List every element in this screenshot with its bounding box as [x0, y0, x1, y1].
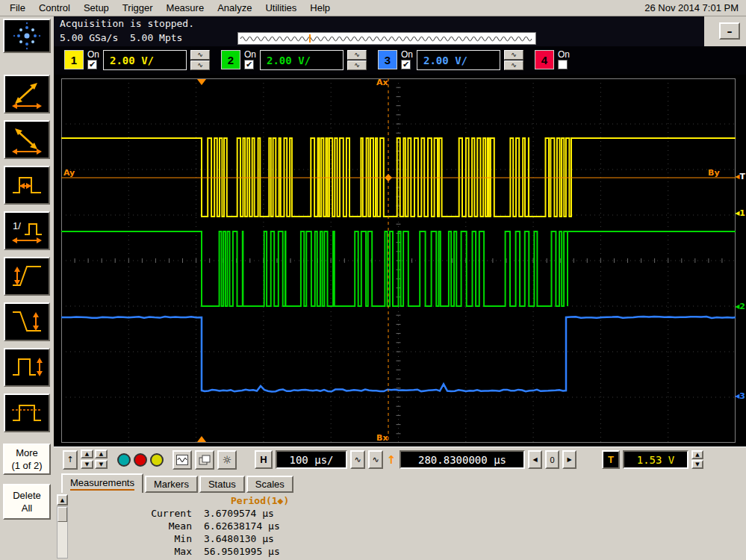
menu-trigger[interactable]: Trigger	[116, 1, 160, 15]
top-level-icon	[9, 398, 45, 428]
level-marker-t[interactable]: ◀T	[735, 172, 745, 181]
tab-measurements[interactable]: Measurements	[61, 473, 143, 493]
channel-1-bandwidth-button[interactable]: ∿	[190, 60, 210, 70]
channel-3-badge[interactable]: 3	[378, 50, 397, 69]
scroll-up-button[interactable]: ▲	[81, 449, 93, 458]
scroll-up-alt-button[interactable]: ▲	[95, 449, 108, 458]
channel-3-checkbox[interactable]: ✔	[401, 60, 411, 69]
level-marker-1[interactable]: ◀1	[735, 208, 745, 218]
more-button-label: More	[16, 447, 38, 458]
menu-bar: File Control Setup Trigger Measure Analy…	[0, 0, 746, 16]
menu-control[interactable]: Control	[32, 1, 77, 15]
delete-all-button[interactable]: Delete All	[3, 484, 51, 520]
channel-4-badge[interactable]: 4	[535, 50, 554, 69]
horizontal-setup-button[interactable]: H	[255, 450, 273, 469]
menu-file[interactable]: File	[3, 1, 32, 15]
measure-sidebar: 1/	[0, 16, 54, 560]
measure-top-level-button[interactable]	[4, 393, 50, 432]
bottom-tab-bar: Measurements Markers Status Scales	[54, 472, 746, 493]
scroll-down-alt-button[interactable]: ▼	[95, 460, 108, 469]
menu-setup[interactable]: Setup	[77, 1, 116, 15]
marker-by-label[interactable]: By	[708, 168, 720, 178]
delay-right-button[interactable]: ▶	[562, 450, 576, 469]
marker-ax-label[interactable]: Ax	[376, 78, 388, 87]
scrollbar-thumb[interactable]	[57, 507, 67, 522]
marker-color-red-button[interactable]	[134, 453, 147, 467]
channel-2-badge[interactable]: 2	[221, 50, 240, 69]
app-logo-button[interactable]	[3, 19, 51, 53]
trigger-setup-button[interactable]: T	[602, 450, 620, 469]
measure-pulse-width-button[interactable]	[4, 166, 50, 205]
channel-bar: 1 On ✔ 2.00 V/ ∿ ∿ 2 On ✔ 2.00 V/	[54, 46, 746, 75]
scroll-down-button[interactable]: ▼	[81, 460, 93, 469]
menu-analyze[interactable]: Analyze	[211, 1, 258, 15]
measure-delta-time-fall-button[interactable]	[4, 120, 50, 159]
measure-delta-time-rise-button[interactable]	[4, 75, 50, 113]
acquisition-status-text: Acquisition is stopped.	[60, 18, 194, 29]
measurements-panel: ▲ Period(1◆) Current3.6709574 µs Mean6.6…	[54, 493, 746, 560]
measure-frequency-button[interactable]: 1/	[4, 211, 50, 250]
delay-left-button[interactable]: ◀	[528, 450, 542, 469]
channel-3-scale-display[interactable]: 2.00 V/	[417, 50, 500, 70]
channel-1-badge[interactable]: 1	[64, 50, 84, 69]
channel-2-coupling-button[interactable]: ∿	[347, 50, 367, 60]
minimize-button[interactable]: –	[719, 22, 740, 40]
persistence-icon	[199, 455, 211, 465]
waveform-style-button[interactable]	[172, 450, 192, 470]
waveform-display-area[interactable]: Ax Bx Ay By ◀T◀1◀2◀3	[54, 75, 746, 447]
trigger-level-up-button[interactable]: ▲	[691, 450, 703, 459]
channel-3-bandwidth-button[interactable]: ∿	[504, 60, 523, 70]
pulse-width-icon	[9, 170, 45, 200]
channel-2-bandwidth-button[interactable]: ∿	[347, 60, 367, 70]
marker-color-teal-button[interactable]	[117, 453, 131, 467]
marker-bx-label[interactable]: Bx	[376, 433, 388, 443]
measure-rise-time-button[interactable]	[4, 257, 50, 296]
channel-1-checkbox[interactable]: ✔	[87, 60, 97, 69]
horizontal-scale-display[interactable]: 100 µs/	[276, 450, 347, 469]
horizontal-delay-display[interactable]: 280.8300000 µs	[400, 450, 525, 469]
trigger-level-stepper: ▲ ▼	[691, 450, 703, 469]
scope-logo-icon	[9, 21, 45, 51]
measurement-results: Period(1◆) Current3.6709574 µs Mean6.626…	[72, 494, 743, 558]
hzoom-in-button[interactable]: ∿	[368, 450, 383, 469]
channel-3-on-label: On	[401, 50, 413, 59]
tab-status[interactable]: Status	[199, 476, 245, 493]
channel-1-controls: 1 On ✔ 2.00 V/ ∿ ∿	[64, 50, 210, 70]
tab-markers[interactable]: Markers	[145, 476, 198, 493]
marker-ay-label[interactable]: Ay	[63, 168, 75, 178]
channel-1-on-label: On	[87, 50, 99, 59]
scrollbar-track[interactable]	[57, 506, 68, 559]
pan-up-button[interactable]: ↑	[63, 450, 78, 470]
channel-4-checkbox[interactable]	[558, 60, 568, 69]
measurement-row-min: Min3.6480130 µs	[72, 532, 743, 545]
waveform-plot[interactable]	[61, 78, 736, 443]
tab-scales[interactable]: Scales	[246, 476, 293, 493]
channel-2-checkbox[interactable]: ✔	[244, 60, 254, 69]
measure-amplitude-button[interactable]	[4, 348, 50, 387]
delay-zero-button[interactable]: 0	[545, 450, 559, 469]
delete-button-label1: Delete	[13, 490, 41, 501]
level-marker-3[interactable]: ◀3	[735, 391, 745, 401]
menu-help[interactable]: Help	[303, 1, 337, 15]
channel-2-scale-display[interactable]: 2.00 V/	[260, 50, 344, 70]
level-marker-2[interactable]: ◀2	[735, 302, 745, 311]
trigger-level-down-button[interactable]: ▼	[691, 460, 703, 469]
measurement-row-max: Max56.9501995 µs	[72, 545, 743, 558]
marker-color-yellow-button[interactable]	[150, 453, 164, 467]
persistence-button[interactable]	[195, 450, 214, 470]
frequency-icon: 1/	[9, 216, 45, 246]
menu-measure[interactable]: Measure	[160, 1, 211, 15]
hzoom-out-button[interactable]: ∿	[350, 450, 365, 469]
measure-fall-time-button[interactable]	[4, 302, 50, 341]
horizontal-toolbar: ↑ ▲ ▲ ▼ ▼	[54, 447, 746, 472]
channel-3-coupling-button[interactable]: ∿	[504, 50, 523, 60]
channel-1-scale-display[interactable]: 2.00 V/	[103, 50, 187, 70]
channel-1-coupling-button[interactable]: ∿	[190, 50, 210, 60]
scrollbar-up-button[interactable]: ▲	[57, 494, 68, 505]
menu-utilities[interactable]: Utilities	[258, 1, 303, 15]
trigger-slope-rising-icon[interactable]: ↑	[386, 453, 397, 467]
acquisition-overview-bar[interactable]	[237, 32, 536, 45]
clear-display-button[interactable]: ☼	[217, 450, 237, 470]
trigger-level-display[interactable]: 1.53 V	[623, 450, 689, 469]
more-measurements-button[interactable]: More (1 of 2)	[3, 444, 51, 475]
